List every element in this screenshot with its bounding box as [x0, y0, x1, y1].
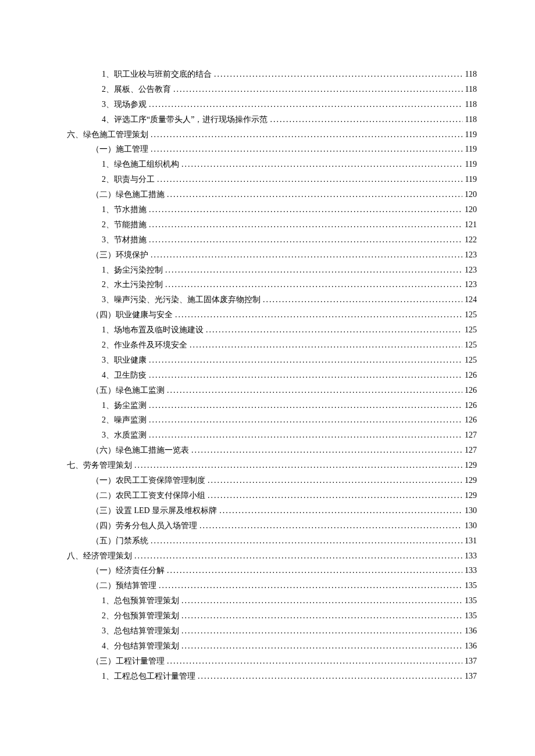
- toc-leader-dots: [219, 503, 462, 518]
- toc-leader-dots: [151, 127, 463, 142]
- toc-label: 4、分包结算管理策划: [102, 639, 179, 654]
- toc-entry: 2、分包预算管理策划135: [67, 608, 477, 624]
- toc-label: 1、场地布置及临时设施建设: [102, 323, 204, 338]
- toc-label: （一）施工管理: [91, 142, 148, 157]
- toc-leader-dots: [149, 413, 462, 428]
- toc-page-number: 125: [465, 323, 477, 338]
- toc-page-number: 135: [465, 608, 477, 624]
- toc-label: 1、绿色施工组织机构: [102, 157, 179, 172]
- toc-entry: 3、现场参观118: [67, 97, 477, 112]
- toc-entry: （二）预结算管理135: [67, 578, 477, 593]
- toc-label: 2、作业条件及环境安全: [102, 338, 187, 353]
- toc-page-number: 133: [465, 549, 477, 564]
- toc-entry: （五）绿色施工监测126: [67, 383, 477, 398]
- toc-entry: 3、噪声污染、光污染、施工固体废弃物控制124: [67, 292, 477, 307]
- toc-leader-dots: [181, 624, 462, 639]
- toc-leader-dots: [208, 488, 462, 503]
- toc-entry: 2、噪声监测126: [67, 413, 477, 428]
- toc-page-number: 125: [465, 338, 477, 353]
- toc-leader-dots: [157, 172, 463, 187]
- toc-entry: 2、职责与分工119: [67, 172, 477, 187]
- toc-entry: （一）经济责任分解133: [67, 563, 477, 578]
- toc-label: （四）劳务分包人员入场管理: [91, 518, 197, 533]
- toc-leader-dots: [151, 533, 462, 549]
- toc-page-number: 130: [465, 518, 477, 533]
- toc-label: 3、节材措施: [102, 232, 147, 248]
- toc-label: 4、评选工序“质量带头人”，进行现场操作示范: [102, 112, 268, 127]
- toc-page-number: 135: [465, 593, 477, 608]
- toc-entry: 3、水质监测127: [67, 428, 477, 443]
- toc-leader-dots: [134, 549, 462, 564]
- toc-label: 3、噪声污染、光污染、施工固体废弃物控制: [102, 292, 261, 307]
- toc-entry: （三）设置 LED 显示屏及维权标牌130: [67, 503, 477, 518]
- toc-page-number: 119: [465, 157, 477, 172]
- toc-label: 2、分包预算管理策划: [102, 608, 179, 624]
- toc-leader-dots: [149, 97, 463, 112]
- toc-entry: （三）环境保护123: [67, 248, 477, 263]
- toc-label: 1、扬尘污染控制: [102, 263, 163, 278]
- toc-label: 3、水质监测: [102, 428, 147, 443]
- toc-entry: （二）农民工工资支付保障小组129: [67, 488, 477, 503]
- toc-label: 3、职业健康: [102, 353, 147, 368]
- table-of-contents: 1、职工业校与班前交底的结合1182、展板、公告教育1183、现场参观1184、…: [67, 67, 477, 684]
- toc-label: （二）预结算管理: [91, 578, 156, 593]
- toc-label: 六、绿色施工管理策划: [67, 127, 148, 142]
- toc-leader-dots: [165, 277, 462, 292]
- toc-entry: 3、节材措施122: [67, 232, 477, 248]
- toc-entry: 1、扬尘监测126: [67, 398, 477, 413]
- toc-label: （二）农民工工资支付保障小组: [91, 488, 205, 503]
- toc-label: 4、卫生防疫: [102, 368, 147, 383]
- toc-page-number: 123: [465, 248, 477, 263]
- toc-leader-dots: [181, 157, 463, 172]
- toc-leader-dots: [149, 217, 462, 232]
- toc-leader-dots: [181, 639, 462, 654]
- toc-entry: （四）劳务分包人员入场管理130: [67, 518, 477, 533]
- toc-label: 八、经济管理策划: [67, 549, 132, 564]
- toc-page-number: 136: [465, 639, 477, 654]
- toc-label: 1、职工业校与班前交底的结合: [102, 67, 212, 82]
- toc-entry: 1、节水措施120: [67, 202, 477, 217]
- toc-label: （一）经济责任分解: [91, 563, 165, 578]
- toc-label: （三）工程计量管理: [91, 654, 165, 669]
- toc-page-number: 125: [465, 307, 477, 323]
- toc-label: （六）绿色施工措施一览表: [91, 443, 189, 458]
- toc-page-number: 130: [465, 503, 477, 518]
- toc-leader-dots: [214, 67, 463, 82]
- toc-entry: 1、职工业校与班前交底的结合118: [67, 67, 477, 82]
- toc-page-number: 126: [465, 368, 477, 383]
- toc-page-number: 136: [465, 624, 477, 639]
- toc-page-number: 129: [465, 473, 477, 488]
- toc-leader-dots: [167, 187, 462, 202]
- toc-label: （一）农民工工资保障管理制度: [91, 473, 205, 488]
- toc-entry: 2、节能措施121: [67, 217, 477, 232]
- toc-entry: 4、卫生防疫126: [67, 368, 477, 383]
- toc-label: （五）门禁系统: [91, 533, 148, 549]
- toc-label: 2、职责与分工: [102, 172, 155, 187]
- toc-label: （四）职业健康与安全: [91, 307, 173, 323]
- toc-entry: 3、总包结算管理策划136: [67, 624, 477, 639]
- toc-entry: 1、场地布置及临时设施建设125: [67, 323, 477, 338]
- toc-leader-dots: [149, 202, 462, 217]
- toc-leader-dots: [173, 82, 463, 97]
- toc-leader-dots: [149, 368, 462, 383]
- toc-entry: （一）农民工工资保障管理制度129: [67, 473, 477, 488]
- toc-leader-dots: [167, 654, 462, 669]
- toc-leader-dots: [263, 292, 462, 307]
- toc-page-number: 121: [465, 217, 477, 232]
- toc-page-number: 123: [465, 277, 477, 292]
- toc-page-number: 118: [465, 97, 477, 112]
- toc-entry: 1、工程总包工程计量管理137: [67, 669, 477, 684]
- toc-leader-dots: [159, 578, 462, 593]
- toc-page-number: 120: [465, 187, 477, 202]
- toc-leader-dots: [151, 248, 462, 263]
- toc-label: 1、节水措施: [102, 202, 147, 217]
- toc-page-number: 123: [465, 263, 477, 278]
- toc-leader-dots: [149, 353, 462, 368]
- toc-leader-dots: [190, 338, 462, 353]
- toc-page-number: 119: [465, 127, 477, 142]
- toc-page-number: 126: [465, 398, 477, 413]
- toc-page-number: 137: [465, 654, 477, 669]
- toc-label: （五）绿色施工监测: [91, 383, 165, 398]
- toc-page-number: 137: [465, 669, 477, 684]
- toc-leader-dots: [149, 398, 462, 413]
